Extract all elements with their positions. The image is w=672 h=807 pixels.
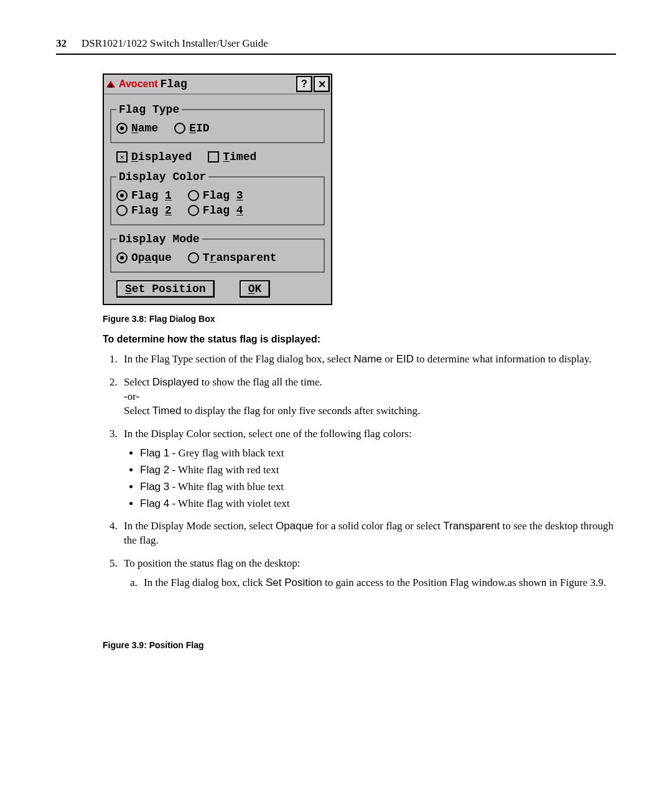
radio-flag1[interactable]: Flag 1 <box>116 189 172 202</box>
checkbox-timed[interactable]: Timed <box>208 151 256 163</box>
radio-opaque-post: que <box>151 252 171 264</box>
step-2: Select Displayed to show the flag all th… <box>120 375 616 418</box>
page-number: 32 <box>56 37 67 50</box>
radio-flag4[interactable]: Flag 4 <box>188 204 243 217</box>
step-2-text-b: to show the flag all the time. <box>198 376 322 388</box>
radio-eid-hotkey: E <box>189 122 196 134</box>
checkbox-unchecked-icon <box>208 151 219 163</box>
radio-unselected-icon <box>188 205 199 216</box>
substep-a-setposition: Set Position <box>266 577 322 588</box>
step-1-text-b: or <box>382 353 396 365</box>
substep-a-text-a: In the Flag dialog box, click <box>144 577 266 588</box>
radio-flag2-hotkey: 2 <box>165 204 172 217</box>
substep-a-text-b: to gain access to the Position Flag wind… <box>322 577 606 588</box>
step-2-or: -or- <box>124 390 139 402</box>
ok-hotkey: O <box>248 283 255 295</box>
radio-opaque-hotkey: a <box>145 252 152 264</box>
radio-flag3-prefix: Flag <box>203 189 236 202</box>
step-2-displayed: Displayed <box>152 376 199 388</box>
radio-opaque-pre: Op <box>131 252 145 264</box>
radio-flag2[interactable]: Flag 2 <box>116 204 172 217</box>
flag2-desc: - White flag with red text <box>169 464 279 476</box>
radio-unselected-icon <box>188 252 199 263</box>
steps-list: In the Flag Type section of the Flag dia… <box>103 352 616 590</box>
radio-eid[interactable]: EID <box>174 122 209 134</box>
brand-text: Avocent <box>119 78 158 90</box>
step-5: To position the status flag on the deskt… <box>120 557 616 590</box>
step-4-opaque: Opaque <box>276 520 314 532</box>
radio-name-hotkey: N <box>131 122 138 134</box>
list-item: Flag 1 - Grey flag with black text <box>140 446 616 461</box>
radio-flag1-prefix: Flag <box>131 189 165 202</box>
radio-selected-icon <box>116 123 128 134</box>
set-position-hotkey: S <box>125 283 132 295</box>
checkbox-checked-icon: ✕ <box>116 151 128 163</box>
figure-3-8-caption: Figure 3.8: Flag Dialog Box <box>103 314 616 324</box>
radio-selected-icon <box>116 190 128 201</box>
flag-dialog: Avocent Flag ? ✕ Flag Type Name EID ✕ D <box>103 73 332 305</box>
step-2-text-a: Select <box>124 376 152 388</box>
display-color-group: Display Color Flag 1 Flag 3 Flag 2 <box>110 171 325 225</box>
flag-color-list: Flag 1 - Grey flag with black text Flag … <box>140 446 616 511</box>
radio-flag4-prefix: Flag <box>203 204 236 217</box>
radio-unselected-icon <box>188 190 199 201</box>
step-1-name: Name <box>354 353 382 365</box>
list-item: Flag 4 - White flag with violet text <box>140 497 616 511</box>
step-5-text: To position the status flag on the deskt… <box>124 557 301 569</box>
step-3-text: In the Display Color section, select one… <box>124 428 412 440</box>
radio-name[interactable]: Name <box>116 122 158 134</box>
flag4-desc: - White flag with violet text <box>169 498 289 509</box>
radio-eid-label: ID <box>196 122 210 134</box>
step-1-eid: EID <box>396 353 414 365</box>
page-header: 32 DSR1021/1022 Switch Installer/User Gu… <box>56 37 616 55</box>
flag3-label: Flag 3 <box>140 481 169 493</box>
checkbox-displayed[interactable]: ✕ Displayed <box>116 151 192 163</box>
step-2-timed: Timed <box>152 405 182 417</box>
radio-selected-icon <box>116 252 128 263</box>
step-4-transparent: Transparent <box>443 520 500 532</box>
display-mode-group: Display Mode Opaque Transparent <box>110 233 325 273</box>
step-4-text-b: for a solid color flag or select <box>314 520 444 532</box>
display-mode-legend: Display Mode <box>116 233 202 245</box>
list-item: Flag 3 - White flag with blue text <box>140 480 616 494</box>
radio-name-label: ame <box>138 122 158 134</box>
flag-type-legend: Flag Type <box>116 103 182 116</box>
ok-button[interactable]: OK <box>240 280 271 298</box>
flag1-label: Flag 1 <box>140 447 169 459</box>
section-heading: To determine how the status flag is disp… <box>103 334 616 345</box>
radio-flag2-prefix: Flag <box>131 204 165 217</box>
step-1-text-c: to determine what information to display… <box>414 353 591 365</box>
flag1-desc: - Grey flag with black text <box>169 447 284 459</box>
list-item: Flag 2 - White flag with red text <box>140 463 616 478</box>
checkbox-displayed-hotkey: D <box>131 151 138 163</box>
radio-transparent-hotkey: r <box>210 252 217 264</box>
window-title: Flag <box>161 78 187 90</box>
close-button[interactable]: ✕ <box>314 76 330 92</box>
radio-flag3-hotkey: 3 <box>236 189 243 202</box>
radio-unselected-icon <box>174 123 185 134</box>
step-1: In the Flag Type section of the Flag dia… <box>120 352 616 367</box>
step-2-text-d: to display the flag for only five second… <box>181 405 420 417</box>
set-position-label: et Position <box>132 283 206 295</box>
checkbox-timed-hotkey: T <box>223 151 230 163</box>
flag3-desc: - White flag with blue text <box>169 481 284 493</box>
ok-label: K <box>254 283 261 295</box>
figure-3-9-caption: Figure 3.9: Position Flag <box>103 640 616 650</box>
radio-unselected-icon <box>116 205 128 216</box>
radio-flag3[interactable]: Flag 3 <box>188 189 243 202</box>
radio-opaque[interactable]: Opaque <box>116 252 172 264</box>
radio-flag4-hotkey: 4 <box>236 204 243 217</box>
step-4: In the Display Mode section, select Opaq… <box>120 519 616 548</box>
set-position-button[interactable]: Set Position <box>116 280 215 298</box>
radio-transparent[interactable]: Transparent <box>188 252 277 264</box>
guide-title: DSR1021/1022 Switch Installer/User Guide <box>82 37 268 50</box>
step-3: In the Display Color section, select one… <box>120 427 616 511</box>
help-button[interactable]: ? <box>296 76 312 92</box>
flag-type-group: Flag Type Name EID <box>110 103 325 143</box>
radio-transparent-pre: T <box>203 252 210 264</box>
avocent-logo-icon <box>105 80 116 88</box>
radio-flag1-hotkey: 1 <box>165 189 172 202</box>
step-2-text-c: Select <box>124 405 152 417</box>
flag2-label: Flag 2 <box>140 464 169 476</box>
display-color-legend: Display Color <box>116 171 208 183</box>
